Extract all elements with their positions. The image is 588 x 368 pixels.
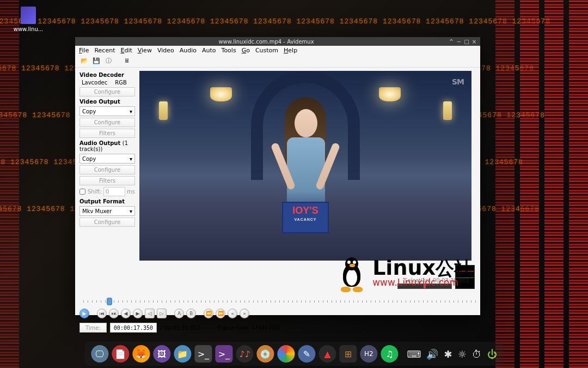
avidemux-window: www.linuxidc.com.mp4 - Avidemux ^ − □ × … bbox=[75, 37, 480, 315]
video-configure-button[interactable]: Configure bbox=[79, 118, 135, 127]
systray-clock-icon[interactable]: ⏱ bbox=[472, 348, 482, 360]
dock-terminal-icon[interactable]: >_ bbox=[194, 345, 212, 363]
shift-spinbox[interactable]: 0 bbox=[103, 187, 125, 196]
info-icon[interactable]: ⓘ bbox=[103, 56, 113, 66]
prev-keyframe-button[interactable]: ◁ bbox=[145, 309, 155, 318]
systray-bluetooth-icon[interactable]: ✱ bbox=[444, 348, 452, 360]
audio-output-head: Audio Output (1 track(s)) bbox=[79, 140, 135, 152]
video-filters-button[interactable]: Filters bbox=[79, 129, 135, 138]
dock-photos-icon[interactable]: 🖼 bbox=[153, 345, 170, 363]
systray-power-icon[interactable]: ⏻ bbox=[487, 348, 497, 360]
output-format-head: Output Format bbox=[79, 198, 135, 204]
maximize-button[interactable]: □ bbox=[463, 38, 470, 45]
shift-label: Shift: bbox=[88, 189, 102, 195]
time-current[interactable]: 00:00:17.350 bbox=[110, 323, 157, 333]
menu-recent[interactable]: Recent bbox=[93, 47, 117, 54]
dock-terminal2-icon[interactable]: >_ bbox=[215, 345, 232, 363]
chevron-down-icon: ▾ bbox=[130, 108, 132, 114]
desktop-icon-linuxidc[interactable]: www.linu... bbox=[12, 7, 45, 32]
window-title: www.linuxidc.com.mp4 - Avidemux bbox=[85, 39, 448, 45]
sidebar: Video Decoder Lavcodec RGB Configure Vid… bbox=[75, 68, 139, 293]
chevron-down-icon: ▾ bbox=[130, 208, 132, 214]
menu-auto[interactable]: Auto bbox=[200, 47, 218, 54]
dock-pdf-icon[interactable]: 📄 bbox=[112, 345, 129, 363]
goto-start-button[interactable]: ⏪ bbox=[204, 309, 213, 318]
goto-end-button[interactable]: ⏩ bbox=[216, 309, 225, 318]
dock-disk-icon[interactable]: 💿 bbox=[256, 345, 274, 363]
systray-volume-icon[interactable]: 🔊 bbox=[426, 348, 438, 360]
decoder-format: RGB bbox=[115, 80, 127, 86]
dock-firefox-icon[interactable]: 🦊 bbox=[132, 345, 150, 363]
shift-checkbox[interactable] bbox=[79, 189, 85, 195]
dock-mixer-icon[interactable]: ♪♪ bbox=[236, 345, 253, 363]
vu-meter bbox=[397, 283, 452, 289]
audio-filters-button[interactable]: Filters bbox=[79, 176, 135, 185]
time-row: Time: 00:00:17.350 / 00:03:30.002 Frame … bbox=[75, 321, 480, 337]
file-icon bbox=[21, 7, 36, 24]
menubar: File Recent Edit View Video Audio Auto T… bbox=[75, 46, 480, 55]
decoder-configure-button[interactable]: Configure bbox=[79, 87, 135, 96]
titlebar[interactable]: www.linuxidc.com.mp4 - Avidemux ^ − □ × bbox=[75, 37, 480, 46]
video-decoder-head: Video Decoder bbox=[79, 72, 135, 78]
mark-b-button[interactable]: B bbox=[186, 309, 196, 318]
next-keyframe-button[interactable]: ▷ bbox=[157, 309, 167, 318]
menu-view[interactable]: View bbox=[136, 47, 154, 54]
format-configure-button[interactable]: Configure bbox=[79, 218, 135, 227]
audio-output-combo[interactable]: Copy ▾ bbox=[79, 154, 135, 164]
video-output-combo[interactable]: Copy ▾ bbox=[79, 106, 135, 116]
next-cut-button[interactable]: ⏭ bbox=[109, 309, 119, 318]
video-output-head: Video Output bbox=[79, 99, 135, 105]
menu-help[interactable]: Help bbox=[282, 47, 299, 54]
dock-system-icon[interactable]: 🖵 bbox=[91, 345, 108, 363]
mark-a-button[interactable]: A bbox=[174, 309, 184, 318]
seek-slider[interactable] bbox=[79, 298, 476, 305]
menu-file[interactable]: File bbox=[77, 47, 90, 54]
time-button[interactable]: Time: bbox=[79, 323, 107, 333]
toolbar: 📂 💾 ⓘ 🖩 bbox=[75, 55, 480, 68]
dock-h2-icon[interactable]: H2 bbox=[360, 345, 377, 363]
ms-label: ms bbox=[127, 189, 135, 195]
prev-cut-button[interactable]: ⏮ bbox=[97, 309, 107, 318]
desktop-icon-label: www.linu... bbox=[12, 26, 45, 32]
dock-spotify-icon[interactable]: ♫ bbox=[381, 345, 398, 363]
calculator-icon[interactable]: 🖩 bbox=[122, 56, 132, 66]
dock-chrome-icon[interactable] bbox=[277, 345, 295, 363]
dock: 🖵 📄 🦊 🖼 📁 >_ >_ ♪♪ 💿 ✎ ▲ ⊞ H2 ♫ ⌨ 🔊 ✱ ☼ … bbox=[84, 342, 503, 366]
menu-video[interactable]: Video bbox=[156, 47, 176, 54]
minimize-button[interactable]: − bbox=[455, 38, 463, 45]
menu-go[interactable]: Go bbox=[240, 47, 252, 54]
menu-tools[interactable]: Tools bbox=[220, 47, 238, 54]
dock-grid-icon[interactable]: ⊞ bbox=[339, 345, 357, 363]
frame-type: Frame type: I-FRM (00) bbox=[218, 325, 280, 331]
menu-custom[interactable]: Custom bbox=[254, 47, 280, 54]
rollup-button[interactable]: ^ bbox=[448, 38, 455, 45]
time-total: / 00:03:30.002 bbox=[160, 325, 200, 331]
selection-label: Selection: 00:03:30.002 bbox=[404, 277, 469, 283]
chevron-down-icon: ▾ bbox=[130, 156, 132, 162]
menu-edit[interactable]: Edit bbox=[119, 47, 133, 54]
seek-thumb[interactable] bbox=[107, 298, 112, 305]
close-button[interactable]: × bbox=[470, 38, 478, 45]
play-button[interactable]: ▶ bbox=[79, 309, 89, 318]
decoder-name: Lavcodec bbox=[82, 80, 107, 86]
output-format-combo[interactable]: Mkv Muxer ▾ bbox=[79, 206, 135, 216]
goto-a-button[interactable]: « bbox=[228, 309, 237, 318]
next-frame-button[interactable]: ▶ bbox=[133, 309, 143, 318]
audio-configure-button[interactable]: Configure bbox=[79, 165, 135, 174]
prev-frame-button[interactable]: ◀ bbox=[121, 309, 131, 318]
dock-files-icon[interactable]: 📁 bbox=[174, 345, 191, 363]
dock-app1-icon[interactable]: ✎ bbox=[298, 345, 315, 363]
systray-keyboard-icon[interactable]: ⌨ bbox=[407, 348, 421, 360]
open-icon[interactable]: 📂 bbox=[79, 56, 89, 66]
audio-scope bbox=[455, 265, 475, 289]
dock-peak-icon[interactable]: ▲ bbox=[318, 345, 336, 363]
menu-audio[interactable]: Audio bbox=[178, 47, 198, 54]
sm-logo: SM bbox=[452, 77, 464, 86]
bg-numbers: 12345678 12345678 12345678 12345678 1234… bbox=[0, 17, 550, 26]
goto-b-button[interactable]: » bbox=[240, 309, 249, 318]
systray-brightness-icon[interactable]: ☼ bbox=[457, 348, 466, 360]
save-icon[interactable]: 💾 bbox=[91, 56, 101, 66]
video-preview: IOY'S VACANCY SM bbox=[139, 71, 471, 261]
